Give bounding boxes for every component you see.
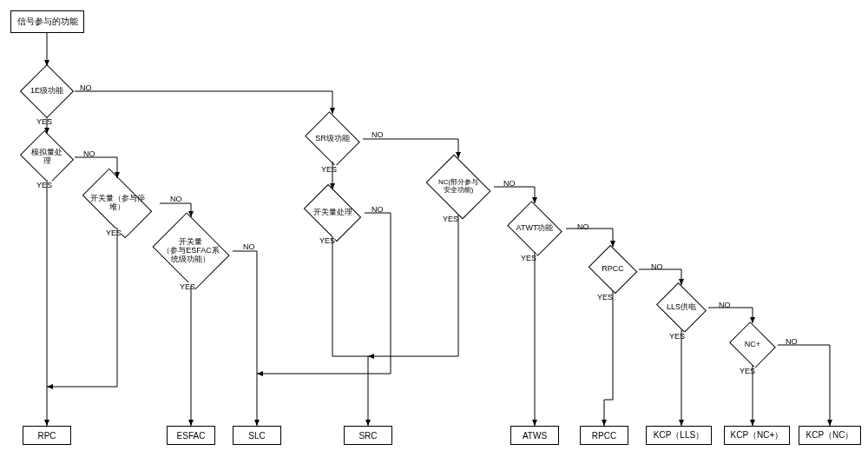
label-yes: YES: [319, 236, 335, 245]
decision-switch-esfac: 开关量 （参与ESFAC系 统级功能）: [161, 227, 221, 275]
decision-atwt-label: ATWT功能: [515, 224, 556, 233]
decision-rpcc: RPCC: [594, 254, 632, 285]
terminal-kcp-ncplus-label: KCP（NC+）: [731, 429, 784, 441]
terminal-esfac: ESFAC: [167, 426, 215, 445]
label-yes: YES: [36, 181, 52, 189]
label-no: NO: [503, 179, 516, 188]
label-yes: YES: [180, 282, 195, 291]
label-yes: YES: [36, 117, 52, 126]
label-no: NO: [170, 195, 182, 203]
decision-sr-label: SR级功能: [313, 135, 352, 143]
label-yes: YES: [443, 215, 458, 223]
label-no: NO: [719, 301, 731, 309]
terminal-rpc-label: RPC: [37, 431, 56, 441]
decision-atwt: ATWT功能: [513, 211, 556, 246]
label-no: NO: [577, 222, 589, 231]
label-yes: YES: [597, 293, 613, 302]
label-yes: YES: [740, 367, 755, 375]
terminal-kcp-ncplus: KCP（NC+）: [724, 426, 790, 445]
decision-ncplus-label: NC+: [743, 341, 762, 349]
label-yes: YES: [521, 254, 536, 262]
terminal-kcp-lls: KCP（LLS）: [646, 426, 712, 445]
terminal-kcp-nc-label: KCP（NC）: [806, 429, 853, 441]
terminal-rpc: RPC: [23, 426, 71, 445]
label-yes: YES: [106, 229, 122, 237]
decision-switch-process-label: 开关量处理: [312, 209, 354, 217]
label-no: NO: [786, 337, 798, 346]
start-label: 信号参与的功能: [17, 16, 78, 28]
label-no: NO: [651, 262, 663, 271]
decision-rpcc-label: RPCC: [600, 265, 626, 274]
label-no: NO: [243, 242, 255, 251]
label-no: NO: [372, 130, 384, 139]
terminal-atws-label: ATWS: [523, 431, 547, 441]
decision-sr: SR级功能: [311, 122, 354, 156]
terminal-slc-label: SLC: [248, 431, 265, 441]
terminal-esfac-label: ESFAC: [177, 431, 206, 441]
decision-lls-label: LLS供电: [665, 303, 698, 312]
label-yes: YES: [321, 165, 337, 174]
terminal-kcp-nc: KCP（NC）: [799, 426, 861, 445]
terminal-rpcc: RPCC: [580, 426, 628, 445]
label-no: NO: [83, 149, 95, 158]
decision-switch-trip-label: 开关量（参与停堆）: [87, 195, 148, 212]
decision-switch-process: 开关量处理: [309, 196, 356, 230]
terminal-kcp-lls-label: KCP（LLS）: [654, 429, 704, 441]
start-node: 信号参与的功能: [10, 10, 84, 33]
decision-nc-label: NC(部分参与 安全功能): [437, 179, 480, 195]
terminal-rpcc-label: RPCC: [592, 431, 616, 441]
decision-lls: LLS供电: [661, 292, 701, 323]
label-no: NO: [372, 205, 384, 214]
decision-ncplus: NC+: [734, 330, 771, 360]
terminal-atws: ATWS: [510, 426, 559, 445]
decision-analog: 模拟量处理: [26, 140, 68, 175]
decision-nc: NC(部分参与 安全功能): [432, 167, 484, 207]
terminal-src: SRC: [344, 426, 392, 445]
label-yes: YES: [669, 332, 685, 341]
terminal-src-label: SRC: [358, 431, 377, 441]
decision-switch-trip: 开关量（参与停堆）: [87, 184, 148, 222]
decision-1e: 1E级功能: [28, 72, 66, 110]
decision-1e-label: 1E级功能: [29, 87, 65, 96]
decision-analog-label: 模拟量处理: [26, 149, 68, 166]
terminal-slc: SLC: [233, 426, 281, 445]
label-no: NO: [80, 83, 92, 92]
decision-switch-esfac-label: 开关量 （参与ESFAC系 统级功能）: [161, 238, 221, 264]
